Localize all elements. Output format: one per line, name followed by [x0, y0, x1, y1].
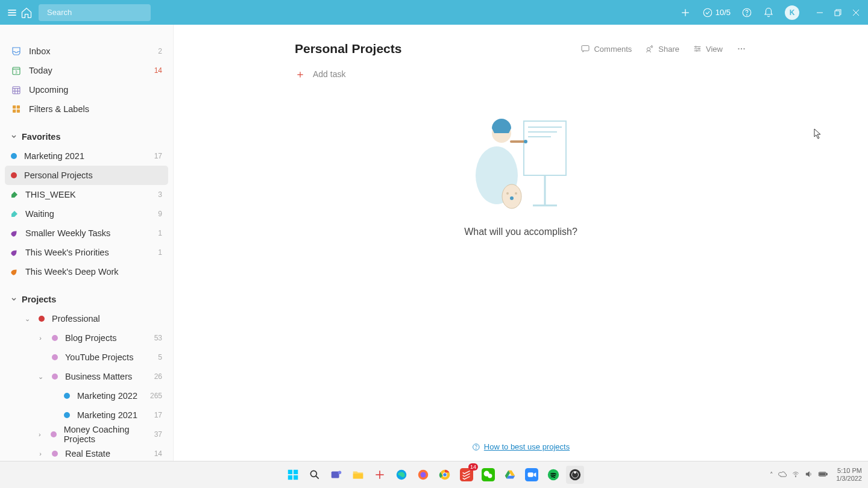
project-dot-icon: [52, 335, 58, 341]
project-marketing-2022[interactable]: Marketing 2022265: [5, 386, 168, 405]
svg-point-84: [796, 477, 796, 477]
favorite-smaller-weekly[interactable]: Smaller Weekly Tasks1: [5, 224, 168, 243]
page-title: Personal Projects: [295, 42, 401, 56]
help-circle-icon: [472, 443, 480, 451]
empty-illustration: [461, 103, 581, 214]
tag-icon: [11, 191, 18, 198]
project-dot-icon: [52, 451, 58, 457]
share-button[interactable]: Share: [645, 44, 679, 54]
menu-icon[interactable]: [6, 7, 18, 19]
view-button[interactable]: View: [693, 44, 723, 54]
svg-rect-27: [582, 46, 589, 51]
drive-icon[interactable]: [501, 466, 519, 484]
svg-point-77: [488, 474, 492, 478]
project-youtube[interactable]: YouTube Projects5: [5, 348, 168, 367]
avatar[interactable]: K: [785, 5, 799, 20]
svg-rect-60: [294, 475, 298, 480]
svg-rect-18: [13, 87, 20, 94]
svg-point-53: [515, 192, 517, 195]
add-task-label: Add task: [313, 69, 345, 79]
add-icon[interactable]: [679, 7, 691, 19]
firefox-icon[interactable]: [414, 466, 432, 484]
svg-line-62: [316, 476, 319, 479]
help-link[interactable]: How to best use projects: [472, 442, 570, 451]
svg-point-37: [696, 50, 697, 51]
add-task-button[interactable]: ＋ Add task: [295, 63, 747, 85]
svg-rect-65: [353, 474, 363, 478]
project-real-estate[interactable]: ›Real Estate14: [5, 444, 168, 461]
tray-battery-icon[interactable]: [818, 470, 828, 480]
snip-icon[interactable]: [371, 466, 389, 484]
favorite-priorities[interactable]: This Week's Priorities1: [5, 243, 168, 262]
svg-rect-59: [288, 475, 292, 480]
filter-icon: [10, 228, 20, 239]
search-box[interactable]: [39, 4, 151, 21]
favorites-header[interactable]: Favorites: [5, 127, 168, 146]
favorite-waiting[interactable]: Waiting9: [5, 204, 168, 224]
close-icon[interactable]: [852, 9, 860, 16]
svg-point-36: [699, 48, 700, 49]
project-dot-icon: [11, 172, 17, 178]
notifications-icon[interactable]: [763, 7, 774, 18]
inbox-icon: [11, 46, 22, 57]
project-blog[interactable]: ›Blog Projects53: [5, 328, 168, 348]
tray-wifi-icon[interactable]: [791, 470, 800, 480]
app-body: Inbox23Today14UpcomingFilters & Labels F…: [0, 25, 868, 461]
comments-button[interactable]: Comments: [580, 44, 632, 54]
sidebar-nav-inbox[interactable]: Inbox2: [5, 42, 168, 61]
svg-rect-79: [528, 472, 533, 477]
start-button[interactable]: [284, 466, 302, 484]
explorer-icon[interactable]: [349, 466, 367, 484]
more-button[interactable]: [736, 43, 747, 54]
wechat-icon[interactable]: [479, 466, 497, 484]
sidebar-nav-upcoming[interactable]: Upcoming: [5, 80, 168, 99]
help-icon[interactable]: [741, 7, 752, 18]
svg-point-7: [703, 8, 712, 17]
app-topbar: 10/5 K: [0, 0, 868, 25]
svg-point-50: [524, 140, 527, 143]
svg-rect-87: [820, 473, 825, 475]
clock[interactable]: 5:10 PM 1/3/2022: [836, 467, 862, 483]
search-taskbar-icon[interactable]: [306, 466, 324, 484]
todoist-icon[interactable]: 14: [458, 466, 476, 484]
tray-cloud-icon[interactable]: [778, 470, 787, 480]
project-marketing-2021-p[interactable]: Marketing 202117: [5, 405, 168, 425]
minimize-icon[interactable]: [816, 9, 823, 16]
project-dot-icon: [64, 412, 70, 418]
favorites-label: Favorites: [22, 132, 60, 142]
chevron-down-icon: ⌄: [36, 373, 45, 381]
teams-icon[interactable]: [327, 466, 345, 484]
sidebar-nav-filters[interactable]: Filters & Labels: [5, 99, 168, 119]
svg-rect-57: [288, 470, 292, 474]
plus-icon: ＋: [295, 69, 306, 80]
sidebar-nav-today[interactable]: 3Today14: [5, 61, 168, 80]
obs-icon[interactable]: [566, 466, 584, 484]
project-dot-icon: [64, 393, 70, 399]
chrome-icon[interactable]: [436, 466, 454, 484]
favorite-deep-work[interactable]: This Week's Deep Work: [5, 262, 168, 281]
favorite-personal-projects[interactable]: Personal Projects: [5, 166, 168, 185]
edge-icon[interactable]: [392, 466, 410, 484]
projects-header[interactable]: Projects: [5, 290, 168, 309]
zoom-icon[interactable]: [523, 466, 541, 484]
project-professional[interactable]: ⌄Professional: [5, 309, 168, 328]
favorite-marketing-2021[interactable]: Marketing 202117: [5, 146, 168, 166]
favorite-this-week[interactable]: THIS_WEEK3: [5, 185, 168, 204]
home-icon[interactable]: [20, 7, 33, 19]
project-money-coaching[interactable]: ›Money Coaching Projects37: [5, 425, 168, 444]
svg-text:3: 3: [15, 70, 17, 74]
search-input[interactable]: [47, 8, 148, 17]
svg-point-70: [420, 472, 426, 477]
windows-taskbar: 14 ˄ 5:10 PM 1/3/2022: [0, 461, 868, 488]
maximize-icon[interactable]: [834, 9, 841, 16]
tray-volume-icon[interactable]: [805, 470, 813, 480]
project-business[interactable]: ⌄Business Matters26: [5, 367, 168, 386]
sidebar: Inbox23Today14UpcomingFilters & Labels F…: [0, 25, 174, 461]
projects-label: Projects: [22, 295, 56, 304]
svg-rect-41: [524, 121, 566, 175]
tray-chevron-icon[interactable]: ˄: [770, 471, 773, 479]
filter-icon: [10, 267, 20, 277]
productivity-icon[interactable]: 10/5: [702, 7, 731, 18]
calendar-icon: [11, 84, 22, 95]
spotify-icon[interactable]: [544, 466, 562, 484]
